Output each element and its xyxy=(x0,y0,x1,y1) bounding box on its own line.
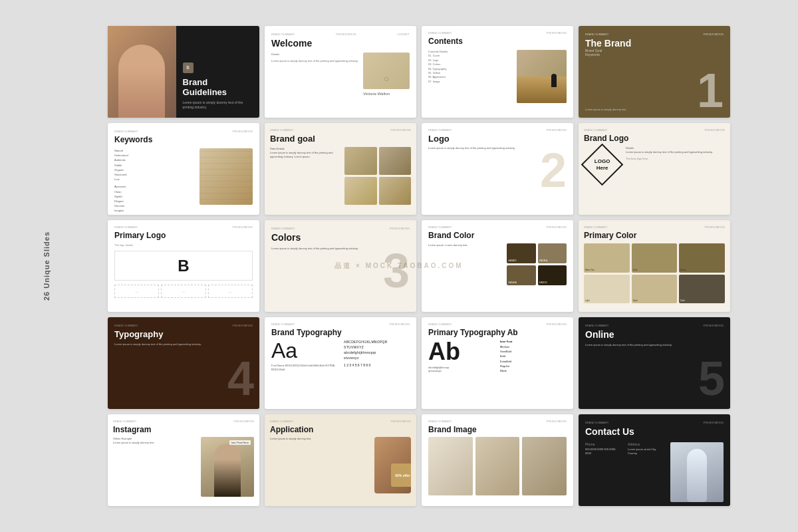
slide-contact-us[interactable]: BRAND SUMMARY PRESENTATION Contact Us Ph… xyxy=(579,414,730,506)
slide-5-content: NaturalUnderstoodAuthenticSubtleOrganicS… xyxy=(114,148,253,213)
slide-brand-guidelines[interactable]: B Brand Guidelines Lorem ipsum is simply… xyxy=(108,26,259,118)
contact-info: Phone 000-0000-0000 000-0000-0000 Addres… xyxy=(585,442,724,502)
slide-2-images: Victoria Walton xyxy=(363,53,410,111)
brand-goal-text: Data Details Lorem ipsum is simply dummy… xyxy=(270,147,341,205)
pc-swatch-1: Warm Tan xyxy=(584,243,630,273)
slide-12-title: Primary Color xyxy=(584,231,725,240)
slide-9-title: Primary Logo xyxy=(114,231,253,240)
numbers-row: 1 2 3 4 5 6 7 8 9 0 xyxy=(344,363,410,367)
slide-primary-logo[interactable]: BRAND SUMMARY PRESENTATION Primary Logo … xyxy=(108,220,259,312)
typo-number: 4 xyxy=(227,351,254,406)
app-offer: 65% offer xyxy=(391,464,411,487)
phone-label: Phone xyxy=(585,442,621,446)
brand-logo-tagline: The best logo here xyxy=(626,157,725,161)
slide-application[interactable]: BRAND SUMMARY PRESENTATION Application L… xyxy=(265,414,416,506)
slide-4-title: The Brand xyxy=(585,38,724,49)
pt-alphabet: abcdefghijklmnopqrstuvwxyz xyxy=(428,366,495,372)
slide-11-title: Brand Color xyxy=(428,231,567,240)
slide-instagram[interactable]: BRAND SUMMARY PRESENTATION Instagram Onl… xyxy=(108,414,259,506)
instagram-image: Inst: Post Here xyxy=(201,437,254,497)
slide-primary-color[interactable]: BRAND SUMMARY PRESENTATION Primary Color… xyxy=(579,220,730,312)
color-swatch-3: #6A5A3A xyxy=(507,265,536,285)
slide-brand-color[interactable]: BRAND SUMMARY PRESENTATION Brand Color L… xyxy=(422,220,573,312)
slide-7-header: BRAND SUMMARY PRESENTATION xyxy=(428,128,567,132)
slide-1-text: B Brand Guidelines Lorem ipsum is simply… xyxy=(176,26,259,118)
wood-texture xyxy=(200,148,253,205)
contact-phone: Phone 000-0000-0000 000-0000-0000 xyxy=(585,442,621,502)
slide-logo[interactable]: BRAND SUMMARY PRESENTATION Logo Lorem ip… xyxy=(422,123,573,215)
slide-the-brand[interactable]: BRAND SUMMARY PRESENTATION The Brand Bra… xyxy=(579,26,730,118)
pt-right: Inter Font MediumSemiBoldBoldExtraBoldRe… xyxy=(500,340,567,373)
slide-14-content: Aa Font Name BOLD-BOLD-Bold bold-Wild-Bo… xyxy=(271,340,410,371)
alphabet-row-2: STUVWXYZ xyxy=(344,345,410,349)
slide-19-header: BRAND SUMMARY PRESENTATION xyxy=(428,420,567,423)
bt-left: Aa Font Name BOLD-BOLD-Bold bold-Wild-Bo… xyxy=(271,340,337,371)
slide-17-header: BRAND SUMMARY PRESENTATION xyxy=(113,420,254,423)
pt-left: Ab abcdefghijklmnopqrstuvwxyz xyxy=(428,340,495,373)
desert-shape xyxy=(517,76,567,103)
kw-items-2: AwesomeCleanStylishElegantGenuineImagine xyxy=(114,184,196,213)
slide-2-content: Details Lorem ipsum is simply dummy text… xyxy=(271,53,410,111)
slide-17-content: Online Example Lorem ipsum is simply dum… xyxy=(113,437,254,497)
slide-13-header: BRAND SUMMARY PRESENTATION xyxy=(114,324,253,327)
slide-19-title: Brand Image xyxy=(428,425,567,434)
slide-welcome[interactable]: BRAND SUMMARY PRESENTATION CONTACT Welco… xyxy=(265,26,416,118)
slide-6-title: Brand goal xyxy=(270,134,411,144)
slide-typography[interactable]: BRAND SUMMARY PRESENTATION Typography Lo… xyxy=(108,317,259,409)
contact-address: Address Lorem ipsum street City, Country xyxy=(628,442,664,502)
keywords-image xyxy=(200,148,253,205)
instagram-person xyxy=(214,444,241,497)
inter-label: Inter Font xyxy=(500,340,567,343)
slide-2-signature: Victoria Walton xyxy=(363,92,410,96)
application-text: Lorem ipsum is simply dummy text. xyxy=(270,437,371,493)
colors-body: Lorem ipsum is simply dummy text of the … xyxy=(271,247,378,251)
brand-color-body: Lorem ipsum. Lorem dummy text. xyxy=(428,243,501,247)
slide-3-header: BRAND SUMMARY PRESENTATION xyxy=(428,31,567,35)
contact-bottle-image xyxy=(670,442,724,502)
keywords-list: NaturalUnderstoodAuthenticSubtleOrganicS… xyxy=(114,148,196,213)
color-swatch-2: #8A7A5A xyxy=(538,243,567,263)
slide-colors[interactable]: BRAND SUMMARY PRESENTATION Colors Lorem … xyxy=(265,220,416,312)
slide-brand-goal[interactable]: BRAND SUMMARY PRESENTATION Brand goal Da… xyxy=(265,123,416,215)
slide-2-body: Lorem ipsum is simply dummy text of the … xyxy=(271,59,359,63)
slide-20-title: Contact Us xyxy=(585,426,724,437)
brand-img-1 xyxy=(428,437,473,495)
colors-number: 3 xyxy=(383,247,410,295)
slide-16-title: Online xyxy=(585,329,724,340)
slide-brand-typography[interactable]: BRAND SUMMARY PRESENTATION Brand Typogra… xyxy=(265,317,416,409)
slide-18-header: BRAND SUMMARY PRESENTATION xyxy=(270,420,411,423)
slide-20-header: BRAND SUMMARY PRESENTATION xyxy=(585,421,724,424)
goal-images xyxy=(344,147,411,205)
slide-keywords[interactable]: BRAND SUMMARY PRESENTATION Keywords Natu… xyxy=(108,123,259,215)
logo-text: Lorem ipsum is simply dummy text of the … xyxy=(428,146,535,209)
slide-4-sub2: Keywords xyxy=(585,53,724,57)
slide-online[interactable]: BRAND SUMMARY PRESENTATION Online Lorem … xyxy=(579,317,730,409)
slide-15-content: Ab abcdefghijklmnopqrstuvwxyz Inter Font… xyxy=(428,340,567,373)
brand-img-2 xyxy=(475,437,520,495)
slide-brand-image[interactable]: BRAND SUMMARY PRESENTATION Brand Image xyxy=(422,414,573,506)
pc-swatch-3: Brown xyxy=(679,243,725,273)
slide-18-content: Lorem ipsum is simply dummy text. 65% of… xyxy=(270,437,411,493)
slide-brand-logo[interactable]: BRAND SUMMARY PRESENTATION Brand Logo LO… xyxy=(579,123,730,215)
person-silhouette xyxy=(551,74,557,87)
brand-img-3 xyxy=(522,437,567,495)
application-phone: 65% offer xyxy=(374,437,411,493)
font-weights: MediumSemiBoldBoldExtraBoldRegularBlack xyxy=(500,344,567,373)
slide-11-content: Lorem ipsum. Lorem dummy text. #4A3A20 #… xyxy=(428,243,567,285)
slide-3-content: Contents Details 01. Cover02. Logo03. Co… xyxy=(428,50,567,112)
slide-16-content: Lorem ipsum is simply dummy text of the … xyxy=(585,343,724,347)
slide-5-header: BRAND SUMMARY PRESENTATION xyxy=(114,130,253,133)
alphabet-row-1: ABCDEFGHIJKLMNOPQR xyxy=(344,340,410,344)
slide-primary-typography[interactable]: BRAND SUMMARY PRESENTATION Primary Typog… xyxy=(422,317,573,409)
slide-14-header: BRAND SUMMARY PRESENTATION xyxy=(271,323,410,326)
aa-sample: Aa xyxy=(271,340,337,361)
instagram-inst-label: Inst: Post Here xyxy=(229,440,251,445)
guide-box-3: — xyxy=(208,285,253,298)
slide-contents[interactable]: BRAND SUMMARY PRESENTATION Contents Cont… xyxy=(422,26,573,118)
necklace-image xyxy=(363,53,410,89)
b-letter: B xyxy=(178,257,189,275)
brand-logo-details: Details Lorem ipsum is simply dummy text… xyxy=(626,146,725,183)
primary-color-grid: Warm Tan Gold Brown Light Sand Dark xyxy=(584,243,725,303)
slide-10-content: Lorem ipsum is simply dummy text of the … xyxy=(271,247,410,295)
slide-12-header: BRAND SUMMARY PRESENTATION xyxy=(584,225,725,229)
